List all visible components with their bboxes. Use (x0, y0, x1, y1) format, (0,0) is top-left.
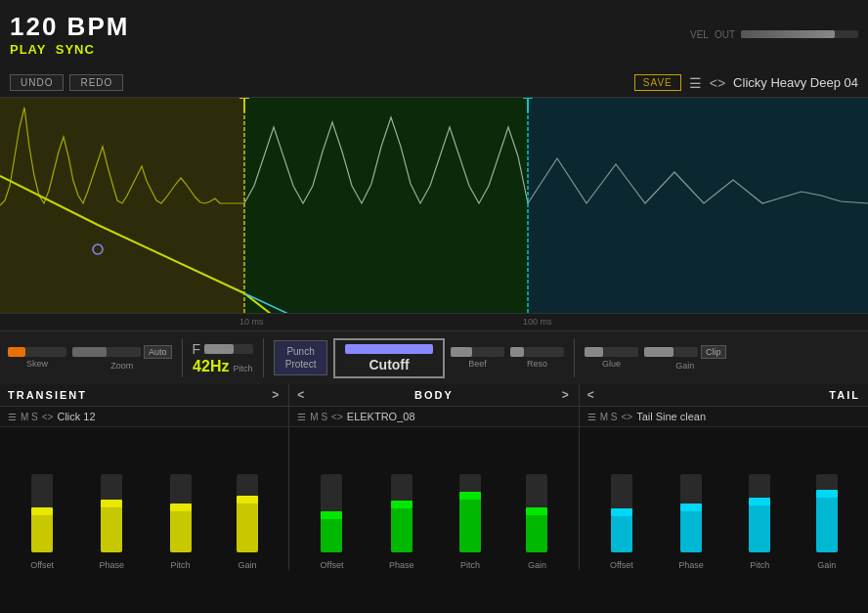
body-arrow-left[interactable]: < (297, 388, 306, 402)
bpm-section: 120 BPM PLAY SYNC (10, 12, 129, 57)
fader-tail-pitch: Pitch (749, 474, 770, 570)
waveform-container (0, 98, 868, 313)
time-label-10ms: 10 ms (239, 317, 264, 327)
fader-transient-offset: Offset (30, 474, 54, 570)
reso-slider[interactable] (510, 347, 564, 357)
sep1 (182, 338, 183, 377)
clip-button[interactable]: Clip (701, 345, 726, 359)
fader-label-gain-b: Gain (528, 560, 546, 570)
fader-tail-gain: Gain (816, 474, 838, 570)
fader-body-gain: Gain (526, 474, 547, 570)
body-menu-icon[interactable]: ☰ (297, 412, 306, 422)
beef-slider[interactable] (451, 347, 504, 357)
zoom-group: Auto Zoom (72, 345, 172, 371)
skew-label: Skew (26, 359, 48, 369)
punch-protect-button[interactable]: Punch Protect (274, 340, 327, 375)
body-nav-icon[interactable]: <> (331, 412, 343, 422)
sync-label[interactable]: SYNC (56, 42, 95, 57)
body-preset: ELEKTRO_08 (347, 411, 415, 422)
tail-title: TAIL (829, 389, 860, 401)
freq-display: 42Hz (193, 359, 229, 374)
svg-rect-1 (244, 98, 528, 313)
undo-button[interactable]: UNDO (10, 74, 64, 91)
bpm-display: 120 BPM (10, 12, 129, 42)
transient-arrow-right[interactable]: > (272, 388, 281, 402)
fader-label-phase-b: Phase (389, 560, 414, 570)
fader-body-phase: Phase (389, 474, 414, 570)
transient-title: TRANSIENT (8, 389, 87, 401)
transient-ms-label: M S (21, 412, 38, 422)
fader-transient-pitch: Pitch (170, 474, 192, 570)
vel-meter (741, 30, 858, 38)
body-arrow-right[interactable]: > (562, 388, 571, 402)
controls-bar: Skew Auto Zoom F 42Hz Pitch Punch Protec… (0, 330, 868, 384)
tail-menu-icon[interactable]: ☰ (587, 412, 596, 422)
fader-label-pitch-t: Pitch (171, 560, 191, 570)
nav-arrows-icon[interactable]: <> (710, 75, 725, 91)
transient-subheader: ☰ M S <> Click 12 (0, 407, 288, 427)
f-label: F (193, 341, 201, 357)
transient-faders: Offset Phase Pitch (0, 427, 288, 570)
section-body: < BODY > ☰ M S <> ELEKTRO_08 Offset (289, 384, 579, 570)
tail-arrow-left[interactable]: < (587, 388, 596, 402)
transient-preset: Click 12 (57, 411, 95, 422)
cutoff-slider[interactable] (345, 344, 433, 354)
toolbar: UNDO REDO SAVE ☰ <> Clicky Heavy Deep 04 (0, 68, 868, 98)
tail-faders: Offset Phase Pitch (580, 427, 868, 570)
section-tail: < TAIL ☰ M S <> Tail Sine clean Offset (580, 384, 868, 570)
body-header: < BODY > (289, 384, 578, 407)
gain-group: Clip Gain (644, 345, 726, 371)
cutoff-group: Cutoff (333, 338, 445, 378)
glue-slider[interactable] (585, 347, 638, 357)
tail-ms-label: M S (600, 412, 618, 422)
pitch-label: Pitch (233, 364, 252, 373)
beef-label: Beef (468, 359, 487, 369)
section-transient: TRANSIENT > ☰ M S <> Click 12 Offset (0, 384, 289, 570)
body-ms-label: M S (310, 412, 327, 422)
transient-menu-icon[interactable]: ☰ (8, 412, 17, 422)
zoom-label: Zoom (110, 361, 133, 371)
sections-container: TRANSIENT > ☰ M S <> Click 12 Offset (0, 384, 868, 570)
fader-label-phase-tail: Phase (678, 560, 704, 570)
auto-button[interactable]: Auto (144, 345, 172, 359)
cutoff-label: Cutoff (369, 357, 409, 372)
body-faders: Offset Phase Pitch (289, 427, 578, 570)
transient-nav-icon[interactable]: <> (42, 412, 54, 422)
body-subheader: ☰ M S <> ELEKTRO_08 (289, 407, 578, 427)
toolbar-left: UNDO REDO (10, 74, 123, 91)
toolbar-right: SAVE ☰ <> Clicky Heavy Deep 04 (634, 74, 858, 91)
tail-header: < TAIL (580, 384, 868, 407)
fader-body-offset: Offset (321, 474, 344, 570)
waveform-svg[interactable] (0, 98, 868, 313)
fader-body-pitch: Pitch (459, 474, 481, 570)
preset-name: Clicky Heavy Deep 04 (733, 75, 858, 90)
time-ruler: 10 ms 100 ms (0, 313, 868, 330)
redo-button[interactable]: REDO (69, 74, 123, 91)
body-title: BODY (414, 389, 454, 401)
menu-icon[interactable]: ☰ (689, 75, 702, 91)
pitch-slider[interactable] (204, 344, 253, 354)
vel-out: VEL OUT (690, 29, 858, 40)
beef-group: Beef (451, 347, 504, 369)
fader-tail-offset: Offset (610, 474, 633, 570)
play-sync: PLAY SYNC (10, 42, 95, 57)
reso-group: Reso (510, 347, 564, 369)
sep2 (263, 338, 264, 377)
top-bar: 120 BPM PLAY SYNC VEL OUT (0, 0, 868, 68)
skew-slider[interactable] (8, 347, 66, 357)
sep3 (574, 338, 575, 377)
vel-label: VEL (690, 29, 709, 40)
freq-pitch-group: F 42Hz Pitch (193, 341, 254, 374)
fader-label-pitch-b: Pitch (460, 560, 480, 570)
save-button[interactable]: SAVE (634, 74, 681, 91)
fader-transient-phase: Phase (100, 474, 125, 570)
tail-nav-icon[interactable]: <> (621, 412, 632, 422)
zoom-slider[interactable] (72, 347, 141, 357)
gain-slider[interactable] (644, 347, 698, 357)
tail-preset: Tail Sine clean (636, 411, 706, 422)
punch-protect-label: Punch Protect (285, 346, 317, 370)
skew-group: Skew (8, 347, 66, 369)
play-label[interactable]: PLAY (10, 42, 46, 57)
fader-label-gain-tail: Gain (817, 560, 836, 570)
fader-label-phase-t: Phase (100, 560, 125, 570)
